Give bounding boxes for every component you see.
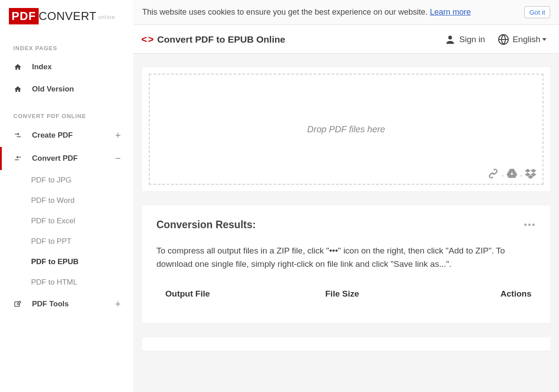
- nav-label: Index: [32, 63, 122, 71]
- dropbox-icon[interactable]: [525, 168, 536, 179]
- logo-pdf: PDF: [9, 8, 39, 24]
- logo-convert: CONVERT: [39, 9, 96, 23]
- bottom-card: [142, 337, 550, 351]
- sign-in-label: Sign in: [459, 35, 485, 44]
- nav-label: Old Version: [32, 85, 122, 94]
- dropzone[interactable]: Drop PDF files here , ,: [149, 74, 543, 185]
- sub-pdf-to-epub[interactable]: PDF to EPUB: [0, 252, 133, 272]
- expand-icon[interactable]: +: [115, 299, 122, 309]
- google-drive-icon[interactable]: [506, 168, 518, 179]
- nav-create-pdf[interactable]: Create PDF +: [0, 124, 133, 147]
- sign-in-link[interactable]: Sign in: [444, 34, 485, 45]
- sub-pdf-to-html[interactable]: PDF to HTML: [0, 272, 133, 293]
- dropzone-card: Drop PDF files here , ,: [142, 67, 550, 191]
- results-title: Conversion Results:: [156, 219, 524, 231]
- cookie-banner: This website uses cookies to ensure you …: [133, 0, 559, 25]
- learn-more-link[interactable]: Learn more: [430, 8, 471, 16]
- link-icon[interactable]: [487, 168, 499, 179]
- page-title: Convert PDF to EPUB Online: [157, 34, 285, 45]
- sub-pdf-to-jpg[interactable]: PDF to JPG: [0, 170, 133, 190]
- col-output: Output File: [156, 289, 325, 299]
- main: This website uses cookies to ensure you …: [133, 0, 559, 392]
- logo[interactable]: PDF CONVERT online: [0, 8, 133, 32]
- home-icon: [13, 85, 22, 94]
- nav-convert-pdf[interactable]: Convert PDF −: [0, 147, 133, 170]
- results-table-header: Output File File Size Actions: [156, 289, 536, 299]
- topbar: < > Convert PDF to EPUB Online Sign in E…: [133, 25, 559, 54]
- user-icon: [444, 34, 456, 45]
- cookie-text: This website uses cookies to ensure you …: [142, 8, 519, 17]
- section-header-index: INDEX PAGES: [0, 32, 133, 56]
- sub-pdf-to-ppt[interactable]: PDF to PPT: [0, 231, 133, 252]
- swap-left-icon: [13, 154, 22, 163]
- globe-icon: [498, 34, 509, 45]
- col-actions: Actions: [469, 289, 536, 299]
- chevron-down-icon: [542, 38, 547, 41]
- more-options-icon[interactable]: •••: [524, 220, 536, 230]
- nav-index[interactable]: Index: [0, 56, 133, 78]
- nav-label: Convert PDF: [32, 154, 115, 163]
- content: Drop PDF files here , ,: [133, 54, 559, 392]
- got-it-button[interactable]: Got it: [524, 6, 550, 18]
- section-header-convert: CONVERT PDF ONLINE: [0, 100, 133, 124]
- collapse-icon[interactable]: −: [115, 154, 122, 163]
- code-icon: < >: [141, 34, 153, 45]
- language-label: English: [513, 35, 540, 44]
- col-size: File Size: [325, 289, 469, 299]
- language-select[interactable]: English: [498, 34, 547, 45]
- nav-old-version[interactable]: Old Version: [0, 78, 133, 100]
- sub-pdf-to-excel[interactable]: PDF to Excel: [0, 211, 133, 231]
- upload-sources: , ,: [487, 168, 536, 179]
- sub-pdf-to-word[interactable]: PDF to Word: [0, 190, 133, 211]
- expand-icon[interactable]: +: [115, 131, 122, 140]
- results-card: Conversion Results: ••• To compress all …: [142, 206, 550, 323]
- sidebar: PDF CONVERT online INDEX PAGES Index Old…: [0, 0, 133, 392]
- dropzone-text: Drop PDF files here: [307, 124, 385, 135]
- nav-pdf-tools[interactable]: PDF Tools +: [0, 293, 133, 316]
- home-icon: [13, 63, 22, 71]
- swap-right-icon: [13, 131, 22, 140]
- logo-online: online: [98, 14, 115, 20]
- results-description: To compress all output files in a ZIP fi…: [156, 244, 536, 271]
- edit-icon: [13, 300, 22, 309]
- nav-label: PDF Tools: [32, 300, 115, 309]
- nav-label: Create PDF: [32, 131, 115, 140]
- svg-point-1: [448, 36, 452, 40]
